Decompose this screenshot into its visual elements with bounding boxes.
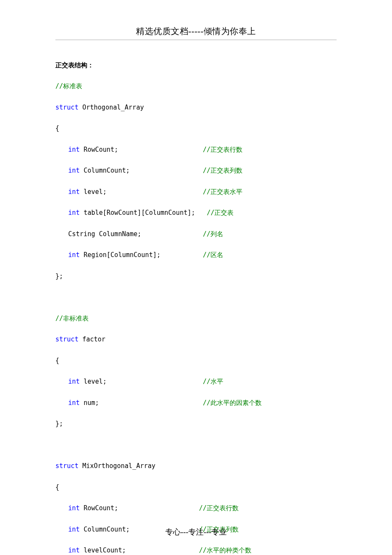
oa-level: int level; //正交表水平 bbox=[55, 187, 337, 197]
oa-table: int table[RowCount][ColumnCount]; //正交表 bbox=[55, 208, 337, 218]
m-rowcount: int RowCount; //正交表行数 bbox=[55, 503, 337, 514]
comment-nonstandard: //非标准表 bbox=[55, 313, 337, 324]
comment-standard: //标准表 bbox=[55, 81, 337, 92]
struct-moa-decl: struct MixOrthogonal_Array bbox=[55, 461, 337, 471]
oa-colcount: int ColumnCount; //正交表列数 bbox=[55, 165, 337, 176]
oa-cstring: Cstring ColumnName; //列名 bbox=[55, 229, 337, 240]
f-level: int level; //水平 bbox=[55, 376, 337, 387]
oa-region: int Region[ColumnCount]; //区名 bbox=[55, 250, 337, 260]
page-header: 精选优质文档-----倾情为你奉上 bbox=[55, 26, 337, 40]
page-footer: 专心---专注---专业 bbox=[0, 527, 392, 537]
brace-open: { bbox=[55, 482, 337, 493]
struct-oa-decl: struct Orthogonal_Array bbox=[55, 102, 337, 113]
code-block: 正交表结构： //标准表 struct Orthogonal_Array { i… bbox=[55, 49, 337, 555]
brace-close: }; bbox=[55, 419, 337, 429]
struct-factor-decl: struct factor bbox=[55, 334, 337, 345]
blank-line bbox=[55, 292, 337, 303]
page-body: 精选优质文档-----倾情为你奉上 正交表结构： //标准表 struct Or… bbox=[0, 0, 392, 555]
brace-open: { bbox=[55, 123, 337, 134]
oa-rowcount: int RowCount; //正交表行数 bbox=[55, 145, 337, 155]
m-levelcount: int levelCount; //水平的种类个数 bbox=[55, 545, 337, 555]
blank-line bbox=[55, 440, 337, 451]
brace-close: }; bbox=[55, 271, 337, 282]
section-title-struct: 正交表结构： bbox=[55, 60, 337, 71]
brace-open: { bbox=[55, 356, 337, 366]
f-num: int num; //此水平的因素个数 bbox=[55, 398, 337, 408]
